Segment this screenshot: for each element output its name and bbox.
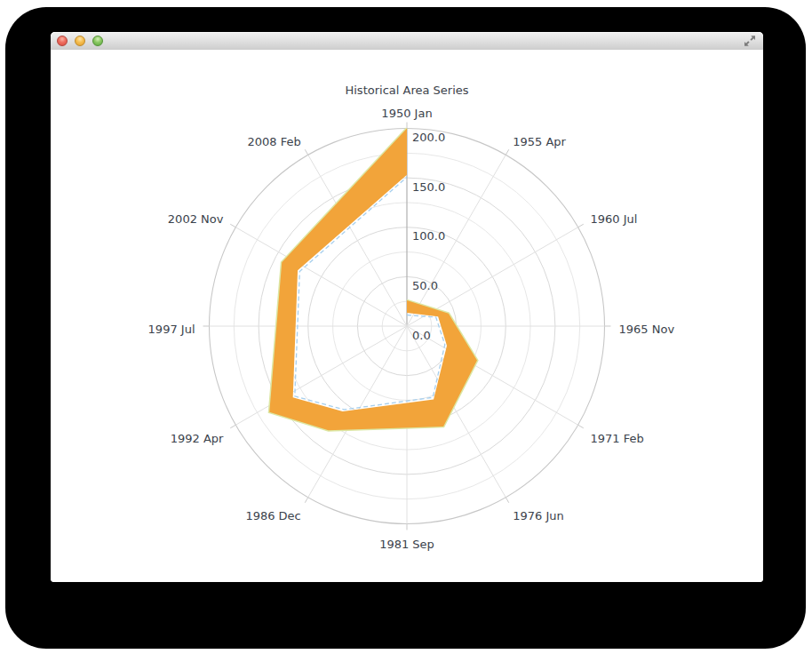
radial-tick-label: 0.0 (412, 329, 431, 342)
axis-tick (578, 224, 584, 227)
category-label: 1960 Jul (591, 212, 638, 226)
axis-tick (230, 425, 235, 428)
minimize-button[interactable] (75, 36, 85, 46)
category-label: 1992 Apr (171, 432, 224, 445)
category-label: 1950 Jan (381, 107, 432, 120)
window-controls (57, 36, 103, 46)
category-label: 1986 Dec (245, 509, 300, 522)
category-label: 1997 Jul (148, 323, 195, 336)
axis-tick (578, 425, 584, 428)
zoom-button[interactable] (92, 36, 103, 46)
polar-chart-canvas: 0.050.0100.0150.0200.01950 Jan1955 Apr19… (51, 50, 763, 582)
category-label: 1976 Jun (513, 509, 564, 522)
radial-tick-label: 200.0 (412, 131, 445, 144)
category-label: 1965 Nov (619, 323, 675, 336)
fullscreen-icon[interactable] (744, 35, 756, 47)
radial-tick-label: 100.0 (412, 229, 445, 243)
category-label: 2008 Feb (248, 135, 301, 148)
app-window: Historical Area Series 0.050.0100.0150.0… (51, 32, 763, 582)
radial-tick-label: 50.0 (412, 279, 438, 292)
close-button[interactable] (57, 36, 68, 46)
screen: Historical Area Series 0.050.0100.0150.0… (0, 0, 812, 654)
category-label: 1981 Sep (379, 538, 434, 551)
category-label: 1971 Feb (591, 432, 644, 445)
window-titlebar[interactable] (51, 32, 763, 51)
axis-tick (305, 149, 308, 155)
axis-tick (506, 149, 509, 155)
category-label: 1955 Apr (513, 135, 566, 148)
category-label: 2002 Nov (168, 212, 224, 226)
axis-tick (230, 224, 235, 227)
axis-tick (506, 498, 509, 503)
chart-area: Historical Area Series 0.050.0100.0150.0… (51, 50, 763, 582)
axis-tick (305, 498, 308, 503)
radial-tick-label: 150.0 (412, 180, 445, 194)
